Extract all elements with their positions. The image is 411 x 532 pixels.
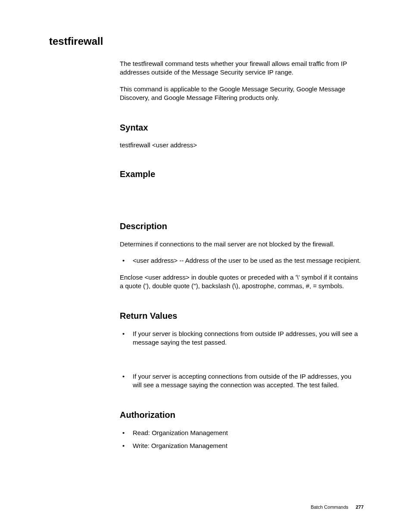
list-item: If your server is blocking connections f… [120, 330, 361, 347]
intro-paragraph-1: The testfirewall command tests whether y… [120, 59, 361, 77]
list-item: If your server is accepting connections … [120, 372, 361, 390]
page-title: testfirewall [49, 35, 364, 47]
page: testfirewall The testfirewall command te… [0, 0, 411, 532]
return-values-heading: Return Values [120, 311, 361, 321]
description-paragraph-1: Determines if connections to the mail se… [120, 240, 361, 249]
list-item: <user address> -- Address of the user to… [120, 256, 361, 265]
authorization-heading: Authorization [120, 410, 361, 420]
example-heading: Example [120, 169, 361, 179]
syntax-usage: testfirewall <user address> [120, 141, 361, 149]
description-bullets: <user address> -- Address of the user to… [120, 256, 361, 265]
list-item: Write: Organization Management [120, 442, 361, 450]
example-body-empty [120, 188, 361, 201]
return-values-bullets: If your server is blocking connections f… [120, 330, 361, 389]
syntax-heading: Syntax [120, 123, 361, 133]
intro-paragraph-2: This command is applicable to the Google… [120, 85, 361, 103]
content-body: The testfirewall command tests whether y… [120, 59, 361, 451]
footer-section-label: Batch Commands [311, 504, 348, 510]
footer-page-number: 277 [356, 504, 364, 510]
description-heading: Description [120, 221, 361, 231]
description-paragraph-2: Enclose <user address> in double quotes … [120, 273, 361, 291]
list-item: Read: Organization Management [120, 429, 361, 437]
page-footer: Batch Commands 277 [311, 504, 364, 510]
authorization-bullets: Read: Organization Management Write: Org… [120, 429, 361, 451]
